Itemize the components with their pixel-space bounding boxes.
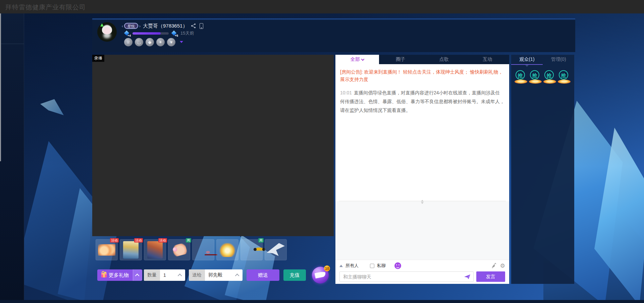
last-live-time: 15天前 bbox=[180, 30, 194, 36]
gift-item-sports-car[interactable]: 周 bbox=[240, 239, 263, 260]
fan-club-badge: 星悦 bbox=[124, 23, 138, 29]
window-edge bbox=[0, 13, 1, 161]
feather-icon bbox=[315, 271, 326, 278]
audience-scope-label[interactable]: 所有人 bbox=[345, 263, 359, 269]
gift-item-hanfu-lady[interactable]: 活动 bbox=[120, 239, 142, 260]
chat-settings-icon[interactable]: ⚙ bbox=[500, 262, 505, 269]
gift-item-cloud[interactable]: 活动 bbox=[96, 239, 118, 260]
grab-reward-button[interactable]: 抢 bbox=[530, 70, 541, 86]
streamer-header: 星悦 大贾哥（9783651） +4 +5 15天前 ♕ ◡ bbox=[92, 18, 575, 52]
chat-resize-handle-icon[interactable] bbox=[421, 199, 424, 205]
bottom-edge-bar bbox=[0, 300, 644, 303]
chat-message-list[interactable]: [房间公告]: 欢迎来到直播间！ 轻轻点击关注，体现绅士风度； 愉快刷刷礼物，展… bbox=[335, 64, 509, 260]
live-room-window: 拜特雷德健康产业有限公司 星悦 大贾哥（9783651） +4 bbox=[0, 0, 644, 303]
more-gifts-expand-icon[interactable] bbox=[133, 269, 142, 281]
send-to-field: 送给 郭先毅 bbox=[189, 269, 243, 281]
gift-badge: 活动 bbox=[134, 238, 143, 243]
tab-interaction[interactable]: 互动 bbox=[466, 55, 509, 64]
tab-managers[interactable]: 管理(0) bbox=[543, 55, 574, 64]
gift-badge: 周 bbox=[186, 238, 191, 243]
feather-count-badge: 10 bbox=[324, 265, 330, 271]
send-plane-icon[interactable] bbox=[464, 274, 471, 279]
chat-tab-bar: 全部 圈子 点歌 互动 bbox=[335, 55, 509, 64]
clear-chat-icon[interactable] bbox=[491, 262, 497, 269]
send-message-button[interactable]: 发言 bbox=[476, 271, 505, 282]
window-title: 拜特雷德健康产业有限公司 bbox=[5, 3, 86, 12]
quantity-label: 数量 bbox=[144, 269, 160, 281]
give-gift-button[interactable]: 赠送 bbox=[247, 269, 279, 281]
send-to-select[interactable]: 郭先毅 bbox=[205, 269, 243, 281]
level-diamond-left-icon: +4 bbox=[124, 31, 130, 36]
chat-panel: 全部 圈子 点歌 互动 [房间公告]: 欢迎来到直播间！ 轻轻点击关注，体现绅士… bbox=[335, 55, 509, 284]
quantity-field: 数量 1 bbox=[144, 269, 185, 281]
expand-medals-icon[interactable] bbox=[180, 41, 183, 45]
recording-status-label: 录播 bbox=[92, 55, 104, 62]
window-title-bar: 拜特雷德健康产业有限公司 bbox=[0, 0, 644, 13]
chat-input-wrap bbox=[339, 271, 474, 282]
gift-item-anime-card[interactable]: 活动 bbox=[144, 239, 166, 260]
more-gifts-button[interactable]: 更多礼物 bbox=[97, 269, 142, 281]
room-announcement: [房间公告]: 欢迎来到直播间！ 轻轻点击关注，体现绅士风度； 愉快刷刷礼物，展… bbox=[335, 64, 509, 83]
chevron-up-icon bbox=[235, 273, 239, 278]
streamer-avatar[interactable] bbox=[97, 22, 117, 42]
tab-audience[interactable]: 观众(1) bbox=[511, 55, 543, 64]
quantity-select[interactable]: 1 bbox=[160, 269, 185, 281]
message-time: 10:01 bbox=[340, 90, 352, 95]
gift-item-golden-flower[interactable] bbox=[216, 239, 238, 260]
compass-medal-icon: ✦ bbox=[156, 38, 165, 46]
emoji-icon[interactable] bbox=[394, 262, 401, 269]
private-chat-checkbox[interactable] bbox=[370, 264, 374, 268]
feather-reward-button[interactable]: 10 bbox=[312, 267, 329, 284]
streamer-name: 大贾哥（9783651） bbox=[143, 23, 187, 29]
gem-medal-icon: ◆ bbox=[146, 38, 154, 46]
grab-reward-button[interactable]: 抢 bbox=[515, 70, 527, 86]
send-to-label: 送给 bbox=[189, 269, 205, 281]
chat-composer: 所有人 私聊 ⚙ 发言 bbox=[335, 260, 509, 284]
mobile-watch-icon[interactable] bbox=[200, 23, 203, 29]
collar-medal-icon: ◡ bbox=[135, 38, 143, 46]
tab-all[interactable]: 全部 bbox=[335, 55, 379, 64]
tab-circle[interactable]: 圈子 bbox=[379, 55, 423, 64]
level-diamond-right-icon: +5 bbox=[171, 31, 177, 36]
grab-reward-row: 抢 抢 抢 抢 bbox=[515, 70, 570, 86]
share-icon[interactable] bbox=[191, 23, 196, 29]
gift-quick-bar: 活动 活动 活动 周 周 bbox=[92, 239, 334, 261]
roster-panel: 观众(1) 管理(0) 抢 抢 抢 抢 bbox=[511, 55, 574, 284]
chevron-down-icon bbox=[361, 57, 364, 61]
heart-medal-icon: ♥ bbox=[167, 38, 175, 46]
recharge-button[interactable]: 充值 bbox=[283, 269, 306, 281]
gift-item-flower-hand[interactable]: 周 bbox=[168, 239, 190, 260]
tab-song-request[interactable]: 点歌 bbox=[422, 55, 466, 64]
chevron-up-icon bbox=[178, 273, 182, 278]
collapsed-sidebar bbox=[0, 13, 24, 303]
trophy-medal-icon: ♕ bbox=[124, 38, 132, 46]
grab-reward-button[interactable]: 抢 bbox=[558, 70, 570, 86]
gift-item-red-lips[interactable] bbox=[192, 239, 214, 260]
level-progress-bar bbox=[132, 32, 169, 35]
gift-badge: 周 bbox=[258, 238, 264, 243]
grab-reward-button[interactable]: 抢 bbox=[544, 70, 555, 86]
system-message: 10:01直播间倡导绿色直播，对直播内容进行24小时在线巡查，直播间涉及任何传播… bbox=[335, 83, 509, 115]
gift-badge: 活动 bbox=[158, 238, 167, 243]
gift-box-icon bbox=[101, 273, 107, 277]
gift-badge: 活动 bbox=[110, 238, 119, 243]
private-chat-label: 私聊 bbox=[377, 263, 386, 269]
gift-item-airplane[interactable] bbox=[265, 239, 287, 260]
active-tab-underline bbox=[511, 64, 543, 65]
chat-lower-area bbox=[335, 201, 509, 260]
collapse-icon[interactable] bbox=[339, 263, 343, 267]
medal-row: ♕ ◡ ◆ ✦ ♥ bbox=[124, 38, 203, 46]
video-player[interactable]: 录播 bbox=[92, 55, 334, 236]
roster-tab-bar: 观众(1) 管理(0) bbox=[511, 55, 574, 64]
chat-input[interactable] bbox=[342, 274, 464, 280]
